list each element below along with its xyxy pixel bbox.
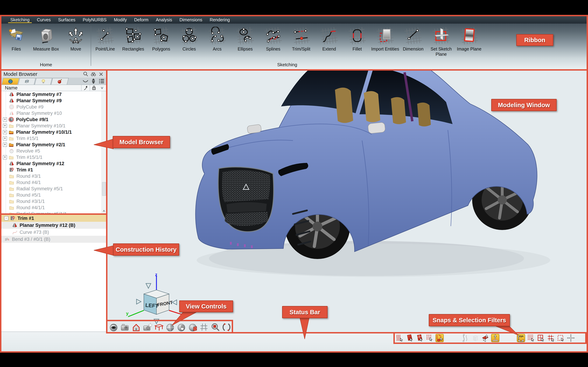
scrollbar-thumb[interactable] [102, 182, 106, 196]
model-browser-scrollbar[interactable]: ˄ [102, 91, 106, 213]
search-icon[interactable] [83, 71, 88, 77]
menu-item-surfaces[interactable]: Surfaces [54, 16, 79, 24]
tree-row[interactable]: Round #3/1/1 [1, 198, 102, 204]
history-row[interactable]: Bend #3 / #0/1 (B) [1, 236, 106, 243]
folder-dim-icon [9, 192, 14, 198]
tool-label: Extend [322, 46, 336, 51]
expander-plus-icon[interactable]: + [3, 143, 7, 147]
menu-item-curves[interactable]: Curves [33, 16, 54, 24]
view-cube[interactable]: z y x LEFT FRONT [125, 273, 191, 326]
tool-extend[interactable]: Extend [315, 27, 343, 57]
tree-row[interactable]: Round #5/1 [1, 192, 102, 198]
folder-icon [9, 142, 14, 148]
tool-files[interactable]: Files [1, 27, 31, 51]
scroll-down-icon[interactable]: ˄ [102, 209, 106, 213]
import-entities-icon [376, 27, 394, 45]
scroll-up-icon[interactable]: ˅ [98, 85, 106, 91]
menu-item-modify[interactable]: Modify [110, 16, 130, 24]
tool-move[interactable]: Move [61, 27, 91, 51]
binoculars-icon[interactable] [90, 71, 96, 77]
move-icon [67, 27, 85, 45]
sym-icon [9, 161, 14, 166]
tree-row[interactable]: +Planar Symmetry #10/1 [1, 123, 102, 129]
tree-row[interactable]: Revolve #5 [1, 148, 102, 154]
tool-splines[interactable]: Splines [259, 27, 287, 57]
dimension-icon [404, 27, 422, 45]
tree-row-label: PolyCube #9/1 [16, 117, 49, 122]
menu-item-polynurbs[interactable]: PolyNURBS [79, 16, 110, 24]
tool-arcs[interactable]: Arcs [203, 27, 231, 57]
tree-row[interactable]: +Planar Symmetry #2/1 [1, 142, 102, 148]
pin-arrow-icon[interactable] [81, 85, 90, 91]
menu-item-sketching[interactable]: Sketching [7, 16, 33, 24]
tree-row[interactable]: Planar Symmetry #7 [1, 91, 102, 98]
menu-item-rendering[interactable]: Rendering [206, 16, 233, 24]
tree-row[interactable]: Radial Symmetry #5/1/1 [1, 211, 102, 213]
close-icon[interactable] [98, 71, 104, 77]
tree-row-label: Revolve #5 [17, 148, 40, 154]
tree-row[interactable]: +Planar Symmetry #10/1/1 [1, 129, 102, 135]
tool-label: Circles [182, 46, 196, 51]
tree-row-label: Planar Symmetry #10 [17, 111, 62, 116]
tool-point-line[interactable]: Point/Line [91, 27, 119, 57]
frame-left [0, 15, 1, 353]
tool-measure-box[interactable]: Measure Box [31, 27, 61, 51]
lock-icon[interactable] [90, 85, 98, 91]
sym-icon [9, 98, 14, 103]
ribbon-group-label: Home [1, 62, 91, 69]
menu-item-analysis[interactable]: Analysis [152, 16, 176, 24]
history-row[interactable]: −Trim #1 [1, 215, 106, 222]
tree-row[interactable]: Round #3/1 [1, 173, 102, 179]
tree-row[interactable]: +PolyCube #9/1 [1, 117, 102, 123]
tool-trim-split[interactable]: Trim/Split [287, 27, 315, 57]
tree-row[interactable]: Trim #1 [1, 167, 102, 173]
collapse-expand-icon[interactable] [90, 78, 97, 84]
tool-import-entities[interactable]: Import Entities [371, 27, 399, 57]
menu-item-dimensions[interactable]: Dimensions [176, 16, 206, 24]
tool-ellipses[interactable]: Ellipses [231, 27, 259, 57]
frame-snaps [393, 332, 587, 344]
scene-globe-icon [8, 79, 13, 84]
browser-tab-bulb[interactable] [35, 78, 52, 84]
expander-plus-icon[interactable]: + [3, 136, 7, 141]
tool-rectangles[interactable]: Rectangles [119, 27, 147, 57]
frame-right [587, 15, 588, 353]
ellipses-icon [236, 27, 254, 45]
tool-fillet[interactable]: Fillet [343, 27, 371, 57]
expander-plus-icon[interactable]: + [3, 130, 7, 134]
tree-row[interactable]: Planar Symmetry #9 [1, 98, 102, 104]
tool-polygons[interactable]: Polygons [147, 27, 175, 57]
browser-tab-materials[interactable] [51, 78, 69, 84]
history-row[interactable]: Planar Symmetry #12 (B) [1, 222, 106, 229]
expander-plus-icon[interactable]: + [3, 124, 7, 128]
frame-bottom [0, 351, 588, 353]
expander-plus-icon[interactable]: + [3, 155, 7, 159]
menu-item-deform[interactable]: Deform [130, 16, 152, 24]
list-view-icon[interactable] [98, 78, 105, 84]
tree-row[interactable]: PolyCube #9 [1, 104, 102, 110]
axis-z-label: z [155, 273, 157, 277]
history-row[interactable]: Curve #73 (B) [1, 229, 106, 236]
tool-dimension[interactable]: Dimension [399, 27, 427, 57]
tool-circles[interactable]: Circles [175, 27, 203, 57]
frame-panel-divider [106, 71, 107, 334]
tool-image-plane[interactable]: Image Plane [455, 27, 483, 57]
curve-swoosh-icon[interactable] [82, 78, 88, 84]
tree-row[interactable]: Planar Symmetry #12 [1, 160, 102, 167]
tree-row[interactable]: Planar Symmetry #10 [1, 110, 102, 117]
model-browser-title: Model Browser [3, 71, 81, 77]
tree-row[interactable]: Radial Symmetry #5/1 [1, 186, 102, 192]
model-browser-tab-tools [80, 78, 105, 84]
tree-row-label: Planar Symmetry #9 [17, 98, 62, 103]
tree-row-label: Round #3/1 [17, 174, 41, 179]
browser-tab-scene-globe[interactable] [1, 78, 19, 84]
expander-minus-icon[interactable]: − [4, 216, 9, 220]
browser-tab-layers[interactable] [18, 78, 36, 84]
model-browser-column-header: Name ˅ [1, 84, 106, 91]
tree-row[interactable]: +Trim #15/1/1 [1, 154, 102, 160]
expander-plus-icon[interactable]: + [3, 117, 7, 122]
tool-set-sketch-plane[interactable]: Set Sketch Plane [427, 27, 455, 57]
tree-row[interactable]: +Trim #15/1 [1, 135, 102, 142]
tree-row[interactable]: Round #4/1/1 [1, 204, 102, 211]
tree-row[interactable]: Round #4/1 [1, 179, 102, 186]
